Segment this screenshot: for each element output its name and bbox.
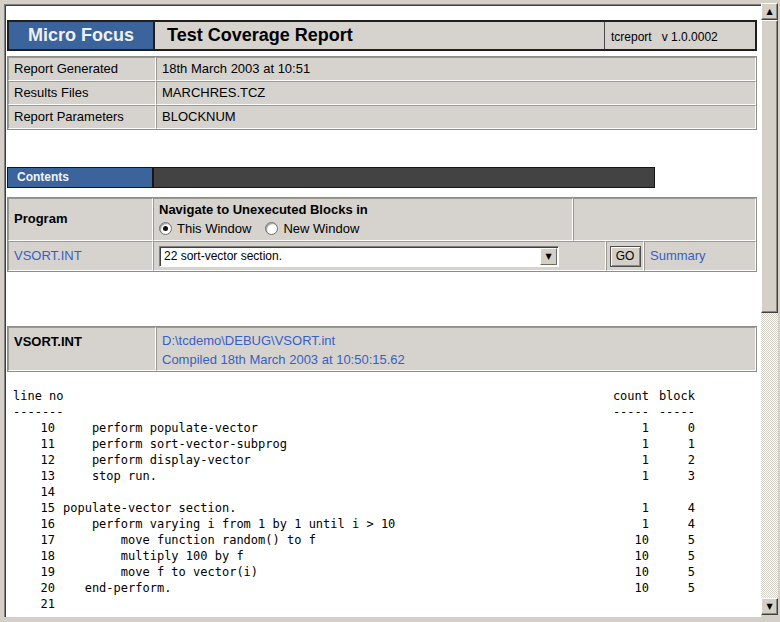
code-line: 17 move function random() to f 10 5 <box>13 532 695 548</box>
listing-header-underline: ------- ----- ----- <box>13 404 695 420</box>
go-button[interactable]: GO <box>610 246 641 267</box>
code-line-block <box>649 484 695 500</box>
navigate-heading: Navigate to Unexecuted Blocks in <box>159 201 572 218</box>
source-file-details: D:\tcdemo\DEBUG\VSORT.int Compiled 18th … <box>156 327 756 371</box>
report-page: Micro Focus Test Coverage Report tcrepor… <box>4 4 761 617</box>
code-line-block: 4 <box>649 500 695 516</box>
block-select-cell: 22 sort-vector section. ▼ <box>153 241 606 271</box>
code-line-count: 1 <box>611 452 649 468</box>
count-header: count <box>611 388 649 404</box>
code-line-number: 15 <box>13 500 55 516</box>
code-line-block: 1 <box>649 436 695 452</box>
code-line-number: 16 <box>13 516 55 532</box>
program-link[interactable]: VSORT.INT <box>8 241 153 271</box>
contents-heading: Contents <box>8 168 154 187</box>
code-line-block: 4 <box>649 516 695 532</box>
info-label: Results Files <box>8 81 156 105</box>
code-line-number: 14 <box>13 484 55 500</box>
vertical-scrollbar[interactable]: ▲ ▼ <box>761 3 778 615</box>
line-no-header: line no <box>13 388 611 404</box>
block-select-dropdown[interactable]: 22 sort-vector section. ▼ <box>159 246 559 267</box>
code-line: 10 perform populate-vector 1 0 <box>13 420 695 436</box>
dropdown-arrow-button[interactable]: ▼ <box>540 248 557 265</box>
version-label: tcreport v 1.0.0002 <box>605 22 755 49</box>
info-value: MARCHRES.TCZ <box>156 81 756 105</box>
report-info-table: Report Generated 18th March 2003 at 10:5… <box>7 56 757 130</box>
code-line-text <box>63 596 611 612</box>
info-value: 18th March 2003 at 10:51 <box>156 57 756 81</box>
source-file-name: VSORT.INT <box>8 327 156 371</box>
code-line-text: perform display-vector <box>63 452 611 468</box>
code-line-count: 10 <box>611 548 649 564</box>
empty-cell <box>573 198 756 241</box>
code-line: 13 stop run. 1 3 <box>13 468 695 484</box>
scroll-down-button[interactable]: ▼ <box>761 598 778 615</box>
code-line-number: 11 <box>13 436 55 452</box>
listing-lines: 10 perform populate-vector 1 0 11 perfor… <box>13 420 695 612</box>
code-line-number: 19 <box>13 564 55 580</box>
code-line-count <box>611 484 649 500</box>
code-line: 18 multiply 100 by f 10 5 <box>13 548 695 564</box>
code-line-block: 5 <box>649 548 695 564</box>
program-column-heading: Program <box>8 198 153 241</box>
block-underline: ----- <box>649 404 695 420</box>
program-row: VSORT.INT 22 sort-vector section. ▼ GO S… <box>8 241 756 271</box>
program-header-row: Program Navigate to Unexecuted Blocks in… <box>8 198 756 241</box>
code-line: 14 <box>13 484 695 500</box>
code-line-text: move function random() to f <box>63 532 611 548</box>
code-line-number: 12 <box>13 452 55 468</box>
listing-column-headers: line no count block <box>13 388 695 404</box>
info-row: Report Generated 18th March 2003 at 10:5… <box>8 57 756 81</box>
code-line-block: 5 <box>649 564 695 580</box>
code-line: 16 perform varying i from 1 by 1 until i… <box>13 516 695 532</box>
code-line-count: 1 <box>611 436 649 452</box>
code-line-count <box>611 596 649 612</box>
scroll-up-button[interactable]: ▲ <box>761 3 778 20</box>
code-line: 19 move f to vector(i) 10 5 <box>13 564 695 580</box>
go-cell: GO <box>606 241 644 271</box>
compiled-timestamp-link[interactable]: Compiled 18th March 2003 at 10:50:15.62 <box>162 350 755 369</box>
scroll-down-icon: ▼ <box>766 603 772 611</box>
code-line-count: 1 <box>611 468 649 484</box>
info-label: Report Parameters <box>8 105 156 129</box>
code-line-text: perform sort-vector-subprog <box>63 436 611 452</box>
new-window-label[interactable]: New Window <box>283 221 359 236</box>
code-line-text: multiply 100 by f <box>63 548 611 564</box>
info-row: Results Files MARCHRES.TCZ <box>8 81 756 105</box>
scrollbar-thumb[interactable] <box>761 20 778 313</box>
code-line: 11 perform sort-vector-subprog 1 1 <box>13 436 695 452</box>
code-line-block: 5 <box>649 532 695 548</box>
page-title: Test Coverage Report <box>155 22 605 49</box>
code-line-text <box>63 484 611 500</box>
code-line-count: 1 <box>611 516 649 532</box>
navigate-cell: Navigate to Unexecuted Blocks in This Wi… <box>153 198 573 241</box>
code-line: 21 <box>13 596 695 612</box>
this-window-radio[interactable] <box>159 222 172 235</box>
new-window-radio[interactable] <box>265 222 278 235</box>
count-underline: ----- <box>611 404 649 420</box>
code-line-count: 10 <box>611 532 649 548</box>
block-header: block <box>649 388 695 404</box>
code-line-text: populate-vector section. <box>63 500 611 516</box>
contents-bar: Contents <box>7 167 655 188</box>
report-header: Micro Focus Test Coverage Report tcrepor… <box>7 20 757 51</box>
code-line-text: perform populate-vector <box>63 420 611 436</box>
summary-link[interactable]: Summary <box>650 248 706 263</box>
scroll-up-icon: ▲ <box>766 8 772 16</box>
code-line-block: 0 <box>649 420 695 436</box>
code-line-block: 3 <box>649 468 695 484</box>
code-line-number: 21 <box>13 596 55 612</box>
source-path-link[interactable]: D:\tcdemo\DEBUG\VSORT.int <box>162 331 755 350</box>
code-line-count: 10 <box>611 580 649 596</box>
info-value: BLOCKNUM <box>156 105 756 129</box>
micro-focus-logo: Micro Focus <box>9 22 155 49</box>
window-target-radio-group: This Window New Window <box>159 221 572 236</box>
info-row: Report Parameters BLOCKNUM <box>8 105 756 129</box>
code-line-number: 18 <box>13 548 55 564</box>
code-line: 20 end-perform. 10 5 <box>13 580 695 596</box>
program-table: Program Navigate to Unexecuted Blocks in… <box>7 197 757 272</box>
contents-bar-filler <box>154 168 654 187</box>
block-select-value[interactable]: 22 sort-vector section. <box>160 247 539 266</box>
dropdown-arrow-icon: ▼ <box>545 253 551 261</box>
this-window-label[interactable]: This Window <box>177 221 251 236</box>
